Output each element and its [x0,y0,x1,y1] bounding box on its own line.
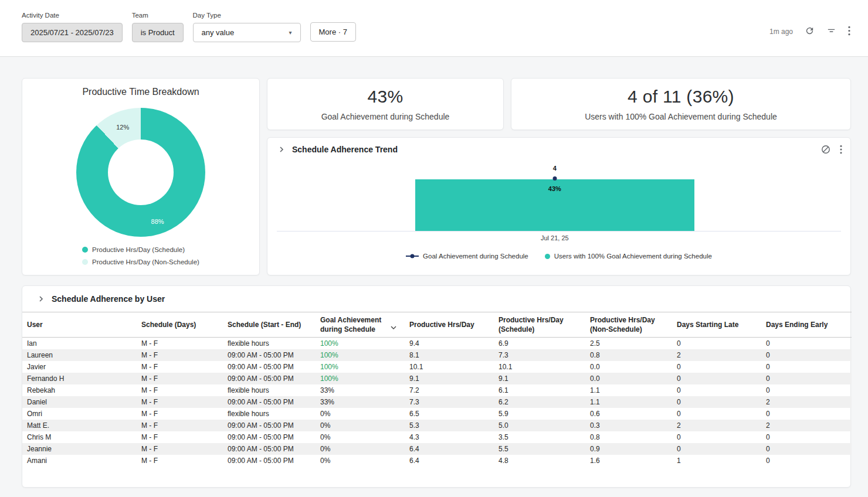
table-cell: flexible hours [223,384,316,396]
more-filters-button[interactable]: More · 7 [310,22,356,42]
column-header-productive-hrs[interactable]: Productive Hrs/Day [405,312,494,338]
table-cell: 2 [761,420,852,431]
refresh-button[interactable] [805,26,815,38]
no-drill-button[interactable] [821,145,830,156]
circle-slash-icon [821,145,830,156]
table-cell: 2.5 [585,338,672,350]
table-cell: Matt E. [22,420,137,431]
column-header-productive-hrs-non-schedule[interactable]: Productive Hrs/Day (Non-Schedule) [585,312,672,338]
table-cell: M - F [137,455,223,467]
day-type-select[interactable]: any value ▾ [193,23,301,42]
user-table: User Schedule (Days) Schedule (Start - E… [22,312,852,467]
dashboard-filters-button[interactable] [826,26,836,38]
table-cell: 0 [761,373,852,384]
table-cell: 0 [761,443,852,455]
donut-slice-label: 88% [151,218,164,225]
table-cell: 0 [672,361,761,373]
trend-plot-area: 4 43% Jul 21, 25 [277,164,841,232]
column-header-days-starting-late[interactable]: Days Starting Late [672,312,761,338]
table-row: IanM - Fflexible hours100%9.46.92.500 [22,338,852,350]
team-filter-button[interactable]: is Product [132,23,184,42]
table-cell: 0.8 [585,349,672,361]
table-cell: 3.5 [494,431,585,443]
dashboard-content: Productive Time Breakdown 12% 88% Produc… [0,57,868,497]
table-cell: 10.1 [494,361,585,373]
kpi-value: 43% [368,87,404,107]
table-cell: Laureen [22,349,137,361]
column-header-label: Goal Achievement during Schedule [320,316,381,333]
column-header-days-ending-early[interactable]: Days Ending Early [761,312,852,338]
table-cell: 0.0 [585,361,672,373]
column-header-schedule-start-end[interactable]: Schedule (Start - End) [223,312,316,338]
activity-date-filter-button[interactable]: 2025/07/21 - 2025/07/23 [22,23,123,42]
table-row: AmaniM - F09:00 AM - 05:00 PM0%6.44.81.6… [22,455,852,467]
table-cell: 0% [316,420,405,431]
table-cell: 100% [316,338,405,350]
filter-day-type: Day Type any value ▾ [193,12,301,42]
chart-title: Productive Time Breakdown [82,87,199,97]
table-cell: 5.0 [494,420,585,431]
filter-activity-date: Activity Date 2025/07/21 - 2025/07/23 [22,12,123,42]
table-row: Matt E.M - F09:00 AM - 05:00 PM0%5.35.00… [22,420,852,431]
table-cell: 0 [672,384,761,396]
table-cell: Omri [22,408,137,420]
table-cell: 1.1 [585,396,672,408]
refresh-icon [805,26,815,38]
table-cell: 09:00 AM - 05:00 PM [223,349,316,361]
donut-hole [108,139,174,205]
table-cell: 0 [761,338,852,350]
table-cell: 0 [672,408,761,420]
column-header-schedule-days[interactable]: Schedule (Days) [137,312,223,338]
legend-label: Users with 100% Goal Achievement during … [554,253,712,260]
table-cell: M - F [137,373,223,384]
table-cell: 10.1 [405,361,494,373]
donut-slice-label: 12% [116,124,129,131]
table-cell: 0.3 [585,420,672,431]
legend-label: Goal Achievement during Schedule [423,253,528,260]
table-cell: 0 [672,396,761,408]
table-cell: 6.4 [405,455,494,467]
dashboard-menu-button[interactable] [848,26,850,38]
donut-chart: 12% 88% [76,108,205,237]
table-cell: M - F [137,338,223,350]
column-header-productive-hrs-schedule[interactable]: Productive Hrs/Day (Schedule) [494,312,585,338]
table-cell: 33% [316,384,405,396]
table-cell: 0% [316,408,405,420]
table-cell: 0 [761,361,852,373]
table-cell: 6.5 [405,408,494,420]
table-cell: M - F [137,408,223,420]
kpi-label: Users with 100% Goal Achievement during … [585,112,777,121]
tile-menu-button[interactable] [840,145,842,156]
table-cell: 0 [761,408,852,420]
last-refreshed-label: 1m ago [769,28,793,36]
table-cell: 5.9 [494,408,585,420]
expand-chevron-icon[interactable] [35,293,47,305]
table-cell: 0 [672,373,761,384]
table-cell: 09:00 AM - 05:00 PM [223,361,316,373]
table-cell: Javier [22,361,137,373]
table-cell: 8.1 [405,349,494,361]
kpi-label: Goal Achievement during Schedule [321,112,450,121]
users-100-goal-kpi-card: 4 of 11 (36%) Users with 100% Goal Achie… [511,78,851,130]
table-cell: 1.1 [585,384,672,396]
sort-desc-icon [391,323,396,332]
table-cell: 0 [761,431,852,443]
table-cell: 0.8 [585,431,672,443]
filters: Activity Date 2025/07/21 - 2025/07/23 Te… [22,12,356,42]
table-cell: 100% [316,349,405,361]
card-title: Schedule Adherence Trend [292,145,398,154]
table-cell: 5.3 [405,420,494,431]
table-cell: M - F [137,384,223,396]
table-cell: 0.0 [585,373,672,384]
table-cell: 6.1 [494,384,585,396]
kebab-menu-icon [840,145,842,156]
donut-legend-swatch [82,259,88,265]
kebab-menu-icon [848,26,850,38]
column-header-user[interactable]: User [22,312,137,338]
table-cell: Rebekah [22,384,137,396]
expand-chevron-icon[interactable] [276,144,287,155]
legend-line-dot-icon [406,256,419,257]
table-cell: 2 [761,396,852,408]
table-cell: 09:00 AM - 05:00 PM [223,396,316,408]
column-header-goal-achievement[interactable]: Goal Achievement during Schedule [316,312,405,338]
